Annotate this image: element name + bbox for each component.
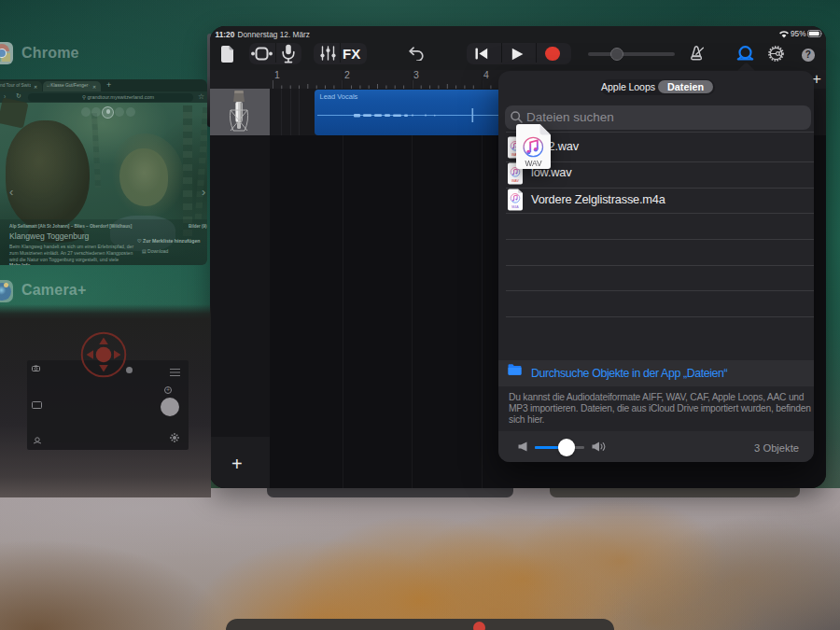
svg-text:WAV: WAV xyxy=(511,179,519,183)
svg-text:M4A: M4A xyxy=(511,205,519,209)
svg-text:WAV: WAV xyxy=(525,159,542,168)
